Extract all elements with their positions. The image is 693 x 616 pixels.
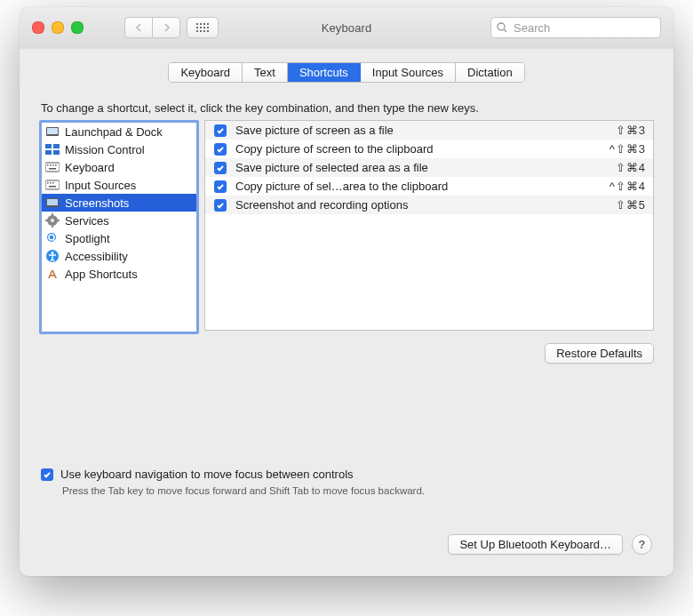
svg-rect-27 bbox=[47, 182, 49, 184]
svg-line-13 bbox=[504, 29, 506, 32]
tab-shortcuts[interactable]: Shortcuts bbox=[288, 63, 361, 82]
services-icon bbox=[45, 213, 60, 228]
svg-rect-16 bbox=[45, 144, 52, 148]
instruction-text: To change a shortcut, select it, click t… bbox=[41, 101, 673, 115]
shortcut-row[interactable]: Copy picture of screen to the clipboard^… bbox=[205, 140, 653, 158]
category-label: Accessibility bbox=[65, 250, 128, 263]
shortcut-checkbox[interactable] bbox=[214, 143, 227, 156]
category-label: App Shortcuts bbox=[65, 268, 138, 281]
shortcut-label: Copy picture of sel…area to the clipboar… bbox=[235, 180, 601, 193]
category-label: Launchpad & Dock bbox=[65, 125, 163, 139]
svg-rect-28 bbox=[50, 182, 52, 184]
category-list[interactable]: Launchpad & DockMission ControlKeyboardI… bbox=[39, 120, 199, 334]
svg-rect-26 bbox=[45, 180, 60, 189]
window-body: KeyboardTextShortcutsInput SourcesDictat… bbox=[20, 49, 673, 576]
category-screenshots[interactable]: Screenshots bbox=[42, 194, 196, 212]
svg-point-43 bbox=[52, 252, 54, 254]
shortcut-list[interactable]: Save picture of screen as a file⇧⌘3Copy … bbox=[204, 120, 654, 331]
keyboard-preferences-window: Keyboard KeyboardTextShortcutsInput Sour… bbox=[20, 7, 673, 576]
category-accessibility[interactable]: Accessibility bbox=[42, 247, 196, 265]
shortcut-row[interactable]: Screenshot and recording options⇧⌘5 bbox=[205, 196, 653, 214]
svg-rect-19 bbox=[53, 150, 60, 155]
category-label: Screenshots bbox=[65, 196, 129, 210]
shortcut-keys[interactable]: ^⇧⌘3 bbox=[609, 142, 646, 156]
svg-rect-25 bbox=[55, 164, 57, 166]
shortcut-label: Screenshot and recording options bbox=[235, 198, 607, 212]
svg-rect-32 bbox=[47, 199, 58, 205]
question-mark-icon: ? bbox=[639, 538, 646, 551]
category-launchpad-dock[interactable]: Launchpad & Dock bbox=[42, 123, 196, 140]
category-label: Spotlight bbox=[65, 232, 110, 245]
shortcut-row[interactable]: Save picture of screen as a file⇧⌘3 bbox=[205, 121, 653, 140]
checkmark-icon bbox=[216, 164, 225, 172]
keyboard-navigation-label: Use keyboard navigation to move focus be… bbox=[60, 468, 354, 481]
search-icon bbox=[497, 22, 507, 33]
setup-bluetooth-keyboard-button[interactable]: Set Up Bluetooth Keyboard… bbox=[448, 534, 623, 555]
shortcut-keys[interactable]: ⇧⌘4 bbox=[616, 161, 646, 174]
category-spotlight[interactable]: Spotlight bbox=[42, 229, 196, 247]
shortcut-label: Save picture of screen as a file bbox=[235, 124, 607, 137]
shortcut-keys[interactable]: ⇧⌘3 bbox=[616, 124, 646, 137]
category-services[interactable]: Services bbox=[42, 212, 196, 229]
category-label: Input Sources bbox=[65, 179, 136, 192]
tab-text[interactable]: Text bbox=[243, 63, 288, 82]
shortcut-label: Save picture of selected area as a file bbox=[235, 161, 607, 174]
shortcut-checkbox[interactable] bbox=[214, 162, 227, 174]
launchpad-icon bbox=[45, 124, 60, 139]
keyboard-navigation-description: Press the Tab key to move focus forward … bbox=[62, 485, 425, 496]
checkmark-icon bbox=[216, 145, 225, 154]
keyboard-navigation-section: Use keyboard navigation to move focus be… bbox=[41, 468, 425, 496]
input-sources-icon bbox=[45, 178, 60, 192]
category-label: Services bbox=[65, 214, 109, 228]
mission-control-icon bbox=[45, 142, 60, 156]
svg-rect-20 bbox=[45, 163, 60, 172]
category-keyboard[interactable]: Keyboard bbox=[42, 158, 196, 176]
checkmark-icon bbox=[43, 470, 52, 479]
category-input-sources[interactable]: Input Sources bbox=[42, 176, 196, 194]
shortcut-row[interactable]: Copy picture of sel…area to the clipboar… bbox=[205, 177, 653, 196]
svg-line-41 bbox=[54, 240, 57, 243]
keyboard-navigation-checkbox[interactable] bbox=[41, 468, 53, 481]
category-label: Mission Control bbox=[65, 143, 145, 156]
svg-rect-24 bbox=[52, 164, 54, 166]
svg-rect-23 bbox=[50, 164, 52, 166]
shortcut-keys[interactable]: ^⇧⌘4 bbox=[609, 180, 646, 193]
shortcut-checkbox[interactable] bbox=[214, 124, 227, 137]
svg-point-34 bbox=[51, 219, 54, 222]
category-app-shortcuts[interactable]: App Shortcuts bbox=[42, 265, 196, 283]
shortcut-row[interactable]: Save picture of selected area as a file⇧… bbox=[205, 158, 653, 177]
svg-rect-30 bbox=[49, 186, 56, 188]
window-titlebar: Keyboard bbox=[20, 7, 673, 50]
tab-input-sources[interactable]: Input Sources bbox=[361, 63, 456, 82]
app-shortcuts-icon bbox=[45, 267, 60, 281]
svg-rect-29 bbox=[52, 182, 54, 184]
spotlight-icon bbox=[45, 231, 60, 245]
restore-defaults-button[interactable]: Restore Defaults bbox=[545, 343, 654, 364]
tab-dictation[interactable]: Dictation bbox=[456, 63, 524, 82]
shortcut-checkbox[interactable] bbox=[214, 180, 227, 193]
svg-rect-15 bbox=[47, 128, 58, 134]
svg-rect-21 bbox=[49, 168, 56, 170]
checkmark-icon bbox=[216, 126, 225, 135]
checkmark-icon bbox=[216, 201, 225, 210]
screenshots-icon bbox=[45, 196, 60, 210]
svg-rect-17 bbox=[53, 144, 60, 148]
tab-keyboard[interactable]: Keyboard bbox=[169, 63, 243, 82]
svg-rect-18 bbox=[45, 150, 52, 155]
checkmark-icon bbox=[216, 182, 225, 191]
search-field[interactable] bbox=[490, 17, 661, 38]
svg-point-12 bbox=[498, 23, 505, 30]
category-mission-control[interactable]: Mission Control bbox=[42, 140, 196, 158]
shortcut-label: Copy picture of screen to the clipboard bbox=[235, 142, 601, 156]
accessibility-icon bbox=[45, 249, 60, 263]
shortcut-checkbox[interactable] bbox=[214, 199, 227, 212]
svg-rect-22 bbox=[47, 164, 49, 166]
help-button[interactable]: ? bbox=[632, 534, 652, 555]
tab-bar: KeyboardTextShortcutsInput SourcesDictat… bbox=[20, 62, 673, 83]
keyboard-icon bbox=[45, 160, 60, 174]
search-input[interactable] bbox=[512, 20, 665, 36]
shortcut-keys[interactable]: ⇧⌘5 bbox=[616, 198, 646, 212]
category-label: Keyboard bbox=[65, 161, 115, 174]
